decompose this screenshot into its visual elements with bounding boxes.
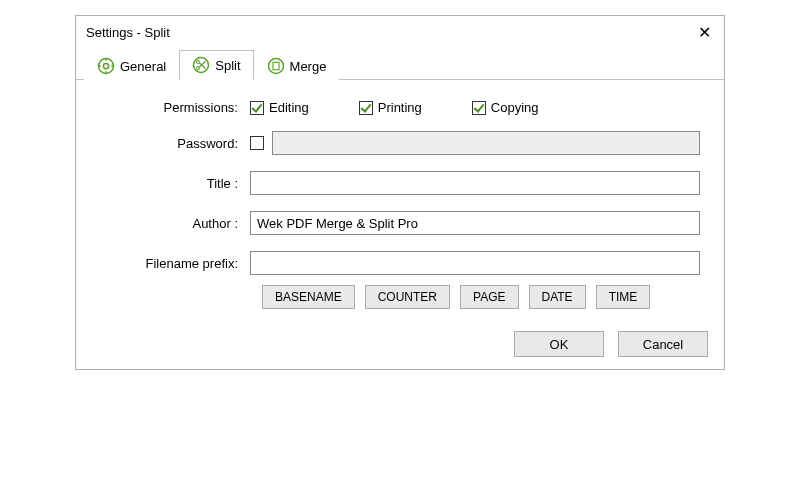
svg-point-11 xyxy=(268,59,283,74)
password-label: Password: xyxy=(100,136,250,151)
permissions-label: Permissions: xyxy=(100,100,250,115)
ok-button[interactable]: OK xyxy=(514,331,604,357)
dialog-title: Settings - Split xyxy=(86,25,170,40)
password-enable-checkbox[interactable] xyxy=(250,136,264,150)
permission-editing[interactable]: Editing xyxy=(250,100,309,115)
tab-merge-label: Merge xyxy=(290,59,327,74)
permission-editing-label: Editing xyxy=(269,100,309,115)
permission-printing[interactable]: Printing xyxy=(359,100,422,115)
svg-rect-12 xyxy=(273,62,279,70)
filename-prefix-label: Filename prefix: xyxy=(100,256,250,271)
svg-point-7 xyxy=(197,61,200,64)
gear-icon xyxy=(97,57,115,75)
time-button[interactable]: TIME xyxy=(596,285,651,309)
tab-split-label: Split xyxy=(215,58,240,73)
tab-split[interactable]: Split xyxy=(179,50,253,80)
tab-strip: General Split Merge xyxy=(76,48,724,80)
tab-general-label: General xyxy=(120,59,166,74)
tab-general[interactable]: General xyxy=(84,51,179,80)
permission-printing-label: Printing xyxy=(378,100,422,115)
page-button[interactable]: PAGE xyxy=(460,285,518,309)
counter-button[interactable]: COUNTER xyxy=(365,285,450,309)
svg-point-8 xyxy=(197,67,200,70)
tab-content-split: Permissions: Editing Printing Copying xyxy=(76,80,724,321)
checkbox-icon xyxy=(359,101,373,115)
title-label: Title : xyxy=(100,176,250,191)
filename-prefix-input[interactable] xyxy=(250,251,700,275)
checkbox-icon xyxy=(250,136,264,150)
title-input[interactable] xyxy=(250,171,700,195)
checkbox-icon xyxy=(472,101,486,115)
dialog-footer: OK Cancel xyxy=(76,321,724,369)
password-input xyxy=(272,131,700,155)
settings-dialog: Settings - Split ✕ General Split Merge P… xyxy=(75,15,725,370)
titlebar: Settings - Split ✕ xyxy=(76,16,724,46)
author-input[interactable] xyxy=(250,211,700,235)
close-icon[interactable]: ✕ xyxy=(694,23,714,42)
tab-merge[interactable]: Merge xyxy=(254,51,340,80)
author-label: Author : xyxy=(100,216,250,231)
svg-point-1 xyxy=(103,63,108,68)
permission-copying[interactable]: Copying xyxy=(472,100,539,115)
filename-token-buttons: BASENAME COUNTER PAGE DATE TIME xyxy=(262,285,700,309)
merge-icon xyxy=(267,57,285,75)
basename-button[interactable]: BASENAME xyxy=(262,285,355,309)
scissors-icon xyxy=(192,56,210,74)
permission-copying-label: Copying xyxy=(491,100,539,115)
checkbox-icon xyxy=(250,101,264,115)
cancel-button[interactable]: Cancel xyxy=(618,331,708,357)
date-button[interactable]: DATE xyxy=(529,285,586,309)
